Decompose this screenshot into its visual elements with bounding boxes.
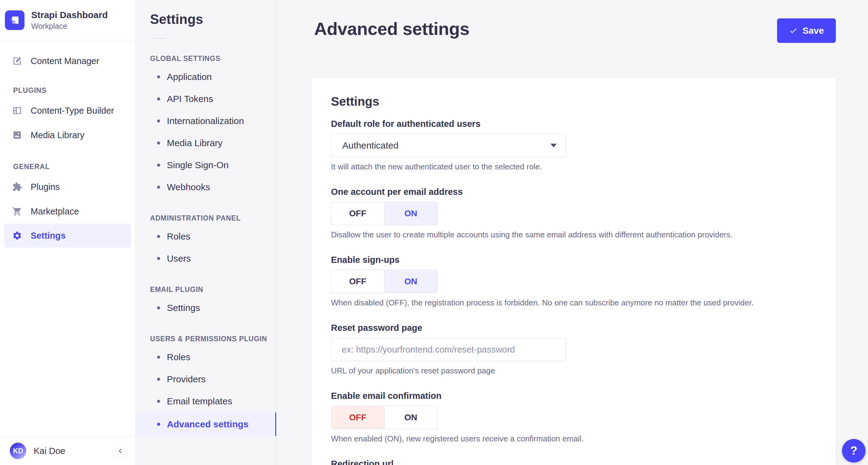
subnav-item-webhooks[interactable]: Webhooks (136, 176, 276, 198)
settings-subnav: Settings GLOBAL SETTINGSApplicationAPI T… (136, 0, 277, 465)
collapse-sidebar-button[interactable] (115, 443, 126, 459)
toggle-option-on[interactable]: ON (384, 270, 437, 293)
sidebar-item-label: Plugins (31, 182, 60, 192)
enable-sign-ups-toggle: OFFON (331, 270, 437, 293)
sidebar-item-content-manager[interactable]: Content Manager (0, 51, 135, 71)
sidebar-item-plugins[interactable]: Plugins (0, 175, 135, 199)
settings-card: Settings Default role for authenticated … (311, 78, 836, 465)
image-icon (12, 130, 22, 140)
sidebar-nav: Content ManagerPLUGINSContent-Type Build… (0, 40, 135, 437)
puzzle-icon (12, 182, 22, 192)
subnav-item-advanced-settings[interactable]: Advanced settings (136, 412, 276, 436)
page-title: Advanced settings (311, 19, 469, 39)
main-content: Advanced settings Save Settings Default … (277, 0, 868, 465)
subnav-item-api-tokens[interactable]: API Tokens (136, 88, 276, 110)
app-window: Strapi Dashboard Workplace Content Manag… (0, 0, 868, 465)
subnav-section-global-settings: GLOBAL SETTINGSApplicationAPI TokensInte… (136, 55, 276, 198)
sidebar-item-settings[interactable]: Settings (4, 224, 131, 248)
field-enable-email-confirmation: Enable email confirmationOFFONWhen enabl… (331, 391, 816, 443)
sidebar-section-label-plugins: PLUGINS (0, 86, 135, 95)
field-hint: It will attach the new authenticated use… (331, 162, 816, 172)
field-label: Enable email confirmation (331, 391, 816, 401)
cart-icon (12, 206, 22, 216)
gear-icon (12, 231, 22, 240)
card-title: Settings (331, 95, 816, 109)
subnav-title: Settings (136, 12, 276, 27)
subnav-item-internationalization[interactable]: Internationalization (136, 110, 276, 132)
subnav-section-label: ADMINISTRATION PANEL (136, 214, 276, 223)
one-account-per-email-address-toggle: OFFON (331, 202, 437, 225)
sidebar-item-label: Marketplace (31, 206, 79, 216)
sidebar-item-label: Settings (31, 231, 65, 241)
subnav-item-roles[interactable]: Roles (136, 226, 276, 248)
field-hint: When disabled (OFF), the registration pr… (331, 298, 816, 308)
toggle-option-on[interactable]: ON (384, 406, 437, 429)
toggle-option-off[interactable]: OFF (331, 406, 384, 429)
sidebar-item-content-type-builder[interactable]: Content-Type Builder (0, 98, 135, 123)
avatar[interactable]: KD (10, 443, 26, 459)
strapi-logo (5, 10, 25, 30)
workspace-subtitle: Workplace (31, 22, 108, 31)
subnav-title-divider (150, 38, 165, 38)
save-button[interactable]: Save (777, 19, 836, 43)
subnav-item-media-library[interactable]: Media Library (136, 132, 276, 154)
field-label: Default role for authenticated users (331, 119, 816, 129)
help-button[interactable]: ? (842, 439, 866, 463)
enable-email-confirmation-toggle: OFFON (331, 406, 437, 429)
check-icon (789, 26, 798, 35)
save-button-label: Save (803, 25, 824, 36)
sidebar-footer: KD Kai Doe (0, 437, 135, 465)
subnav-item-users[interactable]: Users (136, 248, 276, 269)
workspace-switcher[interactable]: Strapi Dashboard Workplace (0, 0, 135, 40)
field-one-account-per-email-address: One account per email addressOFFONDisall… (331, 187, 816, 239)
subnav-item-settings[interactable]: Settings (136, 297, 276, 319)
field-enable-sign-ups: Enable sign-upsOFFONWhen disabled (OFF),… (331, 255, 816, 308)
page-header: Advanced settings Save (311, 0, 836, 43)
field-hint: When enabled (ON), new registered users … (331, 434, 816, 443)
field-hint: Disallow the user to create multiple acc… (331, 230, 816, 239)
default-role-for-authenticated-users-select[interactable]: Authenticated (331, 134, 566, 157)
field-label: Redirection url (331, 459, 816, 465)
field-label: One account per email address (331, 187, 816, 197)
field-label: Enable sign-ups (331, 255, 816, 265)
subnav-section-label: USERS & PERMISSIONS PLUGIN (136, 335, 276, 343)
sidebar-item-media-library[interactable]: Media Library (0, 123, 135, 147)
field-hint: URL of your application's reset password… (331, 366, 816, 376)
help-button-label: ? (850, 444, 857, 457)
subnav-item-roles[interactable]: Roles (136, 346, 276, 368)
subnav-section-email-plugin: EMAIL PLUGINSettings (136, 286, 276, 319)
subnav-item-single-sign-on[interactable]: Single Sign-On (136, 154, 276, 176)
sidebar-section-label-general: GENERAL (0, 163, 135, 171)
subnav-item-providers[interactable]: Providers (136, 368, 276, 390)
subnav-item-application[interactable]: Application (136, 66, 276, 88)
reset-password-page-input[interactable] (331, 338, 566, 361)
main-sidebar: Strapi Dashboard Workplace Content Manag… (0, 0, 136, 465)
sidebar-item-label: Content Manager (31, 56, 99, 66)
toggle-option-off[interactable]: OFF (331, 270, 384, 293)
workspace-title: Strapi Dashboard (31, 9, 108, 21)
subnav-section-label: EMAIL PLUGIN (136, 286, 276, 294)
chevron-left-icon (117, 448, 123, 454)
sidebar-item-marketplace[interactable]: Marketplace (0, 199, 135, 224)
subnav-section-administration-panel: ADMINISTRATION PANELRolesUsers (136, 214, 276, 269)
sidebar-item-label: Media Library (31, 130, 85, 140)
subnav-item-email-templates[interactable]: Email templates (136, 390, 276, 412)
field-label: Reset password page (331, 323, 816, 333)
chevron-down-icon (551, 144, 557, 147)
field-default-role-for-authenticated-users: Default role for authenticated usersAuth… (331, 119, 816, 172)
field-reset-password-page: Reset password pageURL of your applicati… (331, 323, 816, 376)
toggle-option-off[interactable]: OFF (331, 202, 384, 225)
subnav-section-label: GLOBAL SETTINGS (136, 55, 276, 63)
edit-icon (12, 56, 22, 66)
user-name[interactable]: Kai Doe (34, 446, 107, 456)
subnav-section-users-permissions-plugin: USERS & PERMISSIONS PLUGINRolesProviders… (136, 335, 276, 436)
toggle-option-on[interactable]: ON (384, 202, 437, 225)
field-redirection-url: Redirection url (331, 459, 816, 465)
select-value: Authenticated (342, 140, 398, 151)
settings-fields: Default role for authenticated usersAuth… (331, 119, 816, 465)
subnav-sections: GLOBAL SETTINGSApplicationAPI TokensInte… (136, 55, 276, 436)
grid-icon (12, 106, 22, 115)
sidebar-item-label: Content-Type Builder (31, 106, 114, 116)
